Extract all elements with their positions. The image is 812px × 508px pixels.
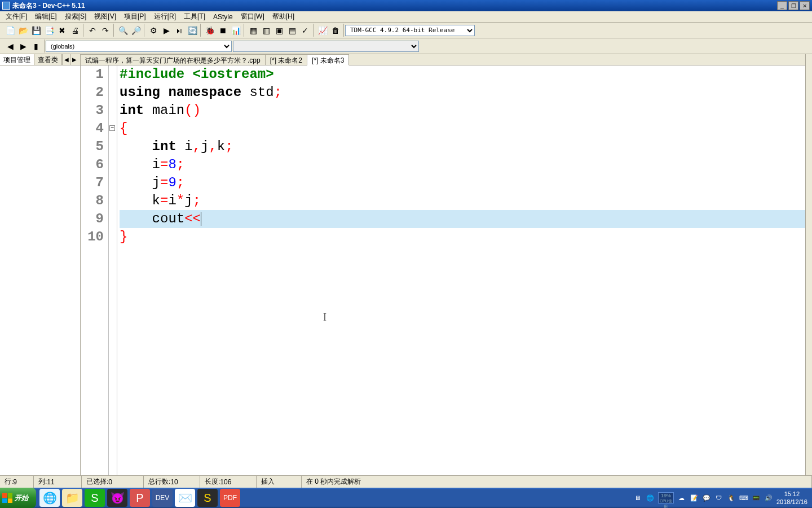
status-lines-value: 10 [170,478,178,486]
explorer-icon[interactable]: 📁 [62,489,82,507]
code-line[interactable]: int main() [120,102,805,120]
menu-search[interactable]: 搜索[S] [61,11,90,23]
right-scroll-area[interactable] [805,54,812,475]
run-icon[interactable]: ▶ [160,24,173,37]
status-col-label: 列: [38,477,47,487]
file-tab[interactable]: [*] 未命名2 [266,54,307,65]
tab-nav-right-icon[interactable]: ▶ [70,54,78,65]
redo-icon[interactable]: ↷ [99,24,112,37]
function-select[interactable] [233,41,419,52]
check-icon[interactable]: ✓ [299,24,311,37]
file-tab[interactable]: [*] 未命名3 [307,54,349,65]
app-s2-icon[interactable]: S [197,489,218,507]
menu-project[interactable]: 项目[P] [121,11,149,23]
taskbar: 开始 🌐 📁 S 😈 P DEV ✉️ S PDF 🖥 🌐 19% CPU使用 … [0,488,812,508]
code-line[interactable]: cout<< [120,210,805,228]
save-icon[interactable]: 💾 [30,24,42,37]
line-number: 4 [81,120,104,138]
menu-run[interactable]: 运行[R] [151,11,179,23]
rebuild-icon[interactable]: 🔄 [186,24,198,37]
compiler-select[interactable]: TDM-GCC 4.9.2 64-bit Release [345,25,475,36]
globals-select[interactable]: (globals) [46,41,232,52]
menu-astyle[interactable]: AStyle [210,12,236,22]
tray-input-icon[interactable]: ⌨ [739,493,748,502]
app-p-icon[interactable]: P [130,489,150,507]
code-line[interactable]: int i,j,k; [120,138,805,156]
start-button[interactable]: 开始 [0,488,36,508]
code-line[interactable]: j=9; [120,174,805,192]
bookmark2-icon[interactable]: ▮ [30,40,42,52]
find-icon[interactable]: 🔍 [117,24,129,37]
save-all-icon[interactable]: 📑 [43,24,55,37]
menu-tools[interactable]: 工具[T] [180,11,209,23]
menu-help[interactable]: 帮助[H] [269,11,298,23]
undo-icon[interactable]: ↶ [86,24,99,37]
new-file-icon[interactable]: 📄 [4,24,16,37]
tab-nav-left-icon[interactable]: ◀ [62,54,70,65]
code-line[interactable]: i=8; [120,156,805,174]
app-dark-icon[interactable]: 😈 [107,489,127,507]
chart-icon[interactable]: 📈 [316,24,329,37]
code-line[interactable]: #include <iostream> [120,65,805,84]
editor-panel: 试编一程序，算一算天安门广场的在积是多少平方米？.cpp[*] 未命名2[*] … [81,54,805,475]
tab-class-view[interactable]: 查看类 [34,54,62,65]
pdf-icon[interactable]: PDF [220,489,240,507]
code-line[interactable]: { [120,120,805,138]
status-row-label: 行: [5,477,13,487]
code-content[interactable]: #include <iostream>using namespace std;i… [117,65,805,475]
ie-icon[interactable]: 🌐 [39,489,60,507]
compile-icon[interactable]: ⚙ [147,24,160,37]
titlebar: 未命名3 - Dev-C++ 5.11 _ ❐ ✕ [0,0,812,11]
tray-network-icon[interactable]: 🌐 [646,493,655,502]
devcpp-icon[interactable]: DEV [152,489,173,507]
code-line[interactable]: using namespace std; [120,84,805,102]
close-button[interactable]: ✕ [800,1,810,10]
restore-button[interactable]: ❐ [788,1,798,10]
print-icon[interactable]: 🖨 [69,24,81,37]
fold-marker-icon[interactable]: − [109,125,115,131]
line-number: 6 [81,156,104,174]
tray-usb-icon[interactable]: 📟 [752,493,761,502]
line-number: 3 [81,102,104,120]
tab-project-manager[interactable]: 项目管理 [0,54,34,65]
new-class-icon[interactable]: ▦ [247,24,259,37]
back-icon[interactable]: ◀ [4,40,16,52]
mail-icon[interactable]: ✉️ [175,489,195,507]
tray-wechat-icon[interactable]: 💬 [702,493,711,502]
tray-volume-icon[interactable]: 🔊 [764,493,773,502]
status-parse: 在 0 秒内完成解析 [306,477,361,487]
forward-icon[interactable]: ▶ [17,40,29,52]
menu-window[interactable]: 窗口[W] [237,11,268,23]
file-tabs: 试编一程序，算一算天安门广场的在积是多少平方米？.cpp[*] 未命名2[*] … [81,54,805,65]
line-number: 10 [81,228,104,246]
close-file-icon[interactable]: ✖ [56,24,68,37]
tray-safe-icon[interactable]: 🛡 [714,493,723,502]
cpu-indicator[interactable]: 19% CPU使用 [658,492,674,503]
menu-edit[interactable]: 编辑[E] [32,11,60,23]
tray-desktop-icon[interactable]: 🖥 [633,493,642,502]
stop-icon[interactable]: ⏹ [217,24,229,37]
menu-view[interactable]: 视图[V] [91,11,120,23]
clock[interactable]: 15:12 2018/12/16 [776,490,807,506]
tray-qq-icon[interactable]: 🐧 [727,493,736,502]
code-line[interactable]: } [120,228,805,246]
compile-run-icon[interactable]: ⏯ [173,24,186,37]
open-file-icon[interactable]: 📂 [17,24,29,37]
bookmark-icon[interactable]: ▣ [273,24,285,37]
tray-cloud-icon[interactable]: ☁ [677,493,686,502]
code-line[interactable]: k=i*j; [120,192,805,210]
app-s-icon[interactable]: S [85,489,105,507]
profile-icon[interactable]: 📊 [230,24,242,37]
goto-icon[interactable]: ▤ [286,24,298,37]
tray-note-icon[interactable]: 📝 [690,493,699,502]
status-row-value: 9 [13,478,17,486]
file-tab[interactable]: 试编一程序，算一算天安门广场的在积是多少平方米？.cpp [81,54,266,65]
debug-icon[interactable]: 🐞 [204,24,216,37]
status-sel-label: 已选择: [86,477,108,487]
trash-icon[interactable]: 🗑 [329,24,342,37]
replace-icon[interactable]: 🔎 [130,24,142,37]
minimize-button[interactable]: _ [777,1,787,10]
code-editor[interactable]: 12345678910 − #include <iostream>using n… [81,65,805,475]
insert-icon[interactable]: ▥ [260,24,272,37]
menu-file[interactable]: 文件[F] [2,11,30,23]
